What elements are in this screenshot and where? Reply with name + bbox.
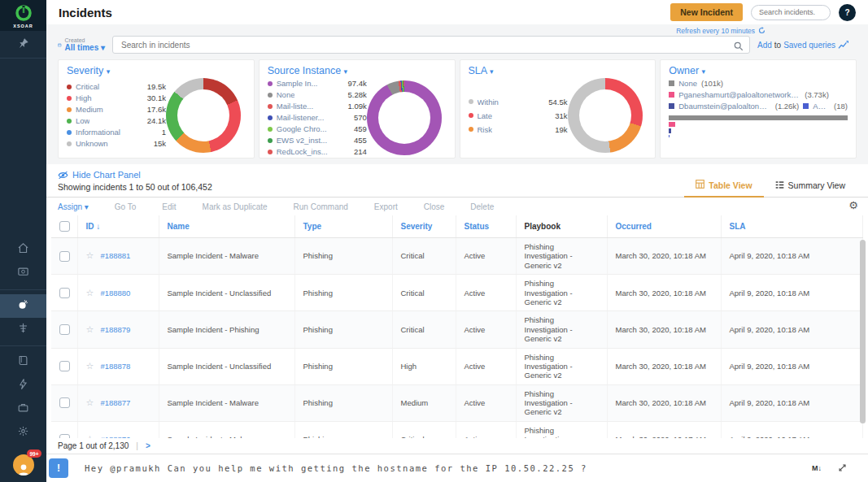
- sidebar-item-dashboard[interactable]: [0, 262, 46, 285]
- row-checkbox[interactable]: [59, 397, 70, 408]
- legend-label[interactable]: RedLock_ins...: [277, 146, 328, 158]
- legend-label[interactable]: High: [76, 93, 92, 104]
- column-header-severity[interactable]: Severity: [392, 215, 456, 238]
- legend-label[interactable]: Admin: [813, 102, 830, 111]
- mark-as-duplicate-action-button[interactable]: Mark as Duplicate: [203, 202, 268, 211]
- saved-queries-link[interactable]: Saved queries: [783, 41, 835, 50]
- add-query-link[interactable]: Add: [757, 41, 772, 50]
- created-value: All times ▾: [65, 43, 105, 52]
- refresh-control[interactable]: Refresh every 10 minutes: [58, 25, 857, 36]
- sidebar-item-jobs[interactable]: [0, 397, 46, 421]
- column-header-occurred[interactable]: Occurred: [607, 215, 721, 238]
- chat-message-input[interactable]: Hey @pramukh Can you help me with gettin…: [85, 463, 796, 473]
- legend-label[interactable]: Sample In...: [277, 78, 318, 89]
- row-checkbox[interactable]: [59, 251, 70, 262]
- bar-dbaumstein-paloaltonetworks-c-: [669, 128, 671, 133]
- star-icon[interactable]: ☆: [86, 250, 94, 261]
- row-select-cell: [51, 384, 77, 421]
- star-icon[interactable]: ☆: [86, 288, 94, 298]
- star-icon[interactable]: ☆: [86, 397, 94, 408]
- legend-label[interactable]: None: [277, 89, 295, 101]
- row-checkbox[interactable]: [59, 434, 70, 438]
- incidents-search-input[interactable]: [112, 36, 750, 54]
- column-header-name[interactable]: Name: [159, 215, 294, 238]
- delete-action-button[interactable]: Delete: [470, 202, 494, 211]
- row-checkbox[interactable]: [59, 288, 70, 298]
- search-icon[interactable]: [734, 40, 744, 54]
- incident-id-link[interactable]: #188877: [100, 398, 130, 407]
- incident-id-cell: ☆#188880: [77, 275, 159, 311]
- row-checkbox[interactable]: [59, 324, 70, 335]
- legend-label[interactable]: Informational: [76, 127, 120, 138]
- legend-label[interactable]: None: [678, 79, 697, 88]
- tab-summary-view[interactable]: Summary View: [764, 176, 857, 197]
- legend-label[interactable]: Dbaumstein@paloaltonetworks.c...: [678, 102, 770, 111]
- run-command-action-button[interactable]: Run Command: [294, 202, 348, 211]
- legend-label[interactable]: Medium: [76, 104, 103, 115]
- legend-label[interactable]: Pganeshamurt@paloaltonetworks.c...: [678, 90, 800, 99]
- assign-action-button[interactable]: Assign ▾: [58, 202, 89, 211]
- trend-icon[interactable]: [838, 41, 848, 50]
- close-action-button[interactable]: Close: [424, 202, 445, 211]
- column-header-status[interactable]: Status: [456, 215, 516, 238]
- chart-title-dropdown[interactable]: Severity ▾: [67, 65, 246, 76]
- legend-label[interactable]: EWS v2_inst...: [277, 135, 327, 146]
- select-all-checkbox[interactable]: [59, 221, 70, 232]
- created-filter-dropdown[interactable]: Created All times ▾: [58, 37, 105, 52]
- legend-label[interactable]: Risk: [478, 123, 492, 137]
- incident-id-link[interactable]: #188879: [100, 325, 130, 334]
- chart-title-dropdown[interactable]: Owner ▾: [669, 65, 848, 76]
- legend-label[interactable]: Low: [76, 115, 89, 127]
- global-search-input[interactable]: [751, 5, 831, 20]
- pin-button[interactable]: [0, 31, 46, 59]
- column-header-id[interactable]: ID ↓: [77, 215, 159, 238]
- star-icon[interactable]: ☆: [86, 324, 94, 335]
- legend-value: 1: [162, 127, 166, 138]
- legend-label[interactable]: Mail-liste...: [277, 101, 313, 112]
- table-settings-gear-icon[interactable]: ⚙: [848, 199, 858, 211]
- eye-off-icon: [58, 171, 68, 180]
- legend-label[interactable]: Google Chro...: [277, 124, 327, 135]
- incident-severity: Critical: [392, 238, 456, 275]
- tab-table-view[interactable]: Table View: [684, 176, 763, 198]
- legend-label[interactable]: Late: [478, 109, 493, 123]
- chart-title-dropdown[interactable]: Source Instance ▾: [268, 65, 447, 76]
- pagination-next-button[interactable]: >: [146, 441, 150, 450]
- edit-action-button[interactable]: Edit: [162, 202, 176, 211]
- export-action-button[interactable]: Export: [374, 202, 398, 211]
- incident-id-link[interactable]: #188880: [100, 289, 130, 297]
- legend-label[interactable]: Unknown: [76, 138, 108, 150]
- column-header-type[interactable]: Type: [294, 215, 392, 238]
- sidebar-item-home[interactable]: [0, 238, 46, 262]
- new-incident-button[interactable]: New Incident: [670, 3, 743, 21]
- row-checkbox[interactable]: [59, 361, 70, 371]
- legend-label[interactable]: Critical: [76, 81, 99, 93]
- sidebar-item-incidents[interactable]: [0, 294, 46, 318]
- incident-id-link[interactable]: #188878: [100, 362, 130, 371]
- sidebar-item-automation[interactable]: [0, 374, 46, 397]
- sidebar-item-playbooks[interactable]: [0, 350, 46, 374]
- help-button[interactable]: ?: [839, 4, 856, 21]
- incident-id-link[interactable]: #188881: [100, 251, 130, 260]
- sidebar-item-settings[interactable]: [0, 421, 46, 445]
- legend-label[interactable]: Mail-listener...: [277, 112, 325, 124]
- chart-title-dropdown[interactable]: SLA ▾: [469, 65, 648, 76]
- star-icon[interactable]: ☆: [86, 434, 94, 438]
- legend-label[interactable]: Within: [478, 95, 499, 109]
- table-scrollbar[interactable]: [860, 240, 866, 423]
- column-header-playbook[interactable]: Playbook: [516, 215, 607, 238]
- user-avatar[interactable]: 99+: [13, 454, 34, 475]
- markdown-icon[interactable]: M↓: [812, 464, 822, 472]
- incident-sla: April 9, 2020, 10:17 AM: [721, 421, 863, 438]
- pagination: Page 1 out of 2,130 | >: [46, 438, 868, 454]
- chat-alert-icon[interactable]: !: [49, 458, 68, 478]
- expand-chat-icon[interactable]: [838, 461, 847, 475]
- column-header-sla[interactable]: SLA: [721, 215, 863, 238]
- xsoar-logo[interactable]: XSOAR: [0, 0, 46, 31]
- go-to-action-button[interactable]: Go To: [115, 202, 137, 211]
- star-icon[interactable]: ☆: [86, 361, 94, 371]
- incident-occurred: March 30, 2020, 10:18 AM: [607, 238, 721, 275]
- sidebar-item-war-room[interactable]: [0, 318, 46, 341]
- incident-id-link[interactable]: #188876: [100, 435, 130, 438]
- hide-chart-panel-link[interactable]: Hide Chart Panel: [58, 170, 212, 180]
